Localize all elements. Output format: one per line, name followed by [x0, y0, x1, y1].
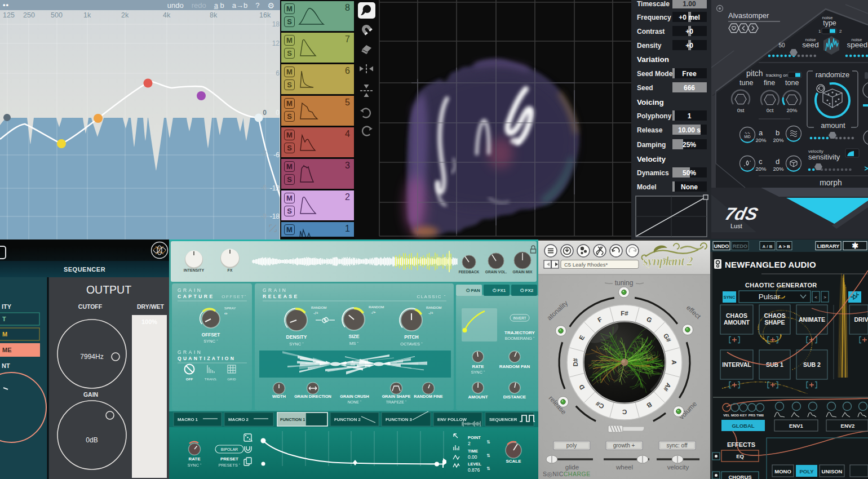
svg-text:⇅: ⇅	[486, 453, 490, 458]
svg-text:Timescale: Timescale	[637, 0, 670, 8]
svg-text:Seed Mode: Seed Mode	[637, 70, 673, 78]
svg-text:⏻ FX2: ⏻ FX2	[520, 288, 534, 293]
svg-text:18: 18	[272, 20, 280, 28]
svg-text:GRAIN CRUSH: GRAIN CRUSH	[340, 394, 369, 399]
svg-text:6: 6	[276, 69, 280, 77]
svg-text:POINT: POINT	[468, 435, 481, 440]
svg-text:PRS: PRS	[749, 414, 755, 417]
svg-text:DRY/WET: DRY/WET	[137, 303, 165, 310]
svg-text:Free: Free	[682, 70, 697, 78]
svg-text:2: 2	[839, 29, 842, 34]
svg-text:-3: -3	[260, 149, 267, 157]
svg-text:CAPTURE: CAPTURE	[178, 294, 215, 299]
svg-text:20%: 20%	[755, 166, 767, 172]
svg-text:20%: 20%	[786, 107, 798, 113]
svg-text:RANDOM: RANDOM	[369, 305, 384, 309]
svg-text:-/+: -/+	[371, 310, 377, 315]
svg-text:C: C	[622, 409, 627, 415]
svg-text:tuning: tuning	[615, 279, 634, 287]
svg-text:TMB: TMB	[756, 414, 764, 417]
svg-text:INTERVAL: INTERVAL	[722, 361, 751, 368]
svg-text:MiD: MiD	[744, 135, 751, 139]
svg-text:0.876: 0.876	[468, 467, 480, 473]
svg-text:8k: 8k	[210, 11, 218, 19]
svg-text:20%: 20%	[773, 166, 784, 172]
svg-text:PITCH: PITCH	[404, 334, 419, 340]
svg-text:GRID: GRID	[227, 377, 236, 381]
svg-text:GRAIN MIX: GRAIN MIX	[513, 270, 533, 274]
svg-text:-12: -12	[270, 184, 280, 192]
svg-text:seed: seed	[802, 41, 818, 49]
svg-text:D#: D#	[572, 358, 579, 366]
svg-text:OUTPUT: OUTPUT	[86, 283, 131, 296]
svg-text:25%: 25%	[683, 141, 696, 149]
svg-text:⇅: ⇅	[486, 440, 490, 445]
svg-text:None: None	[681, 183, 698, 191]
svg-text:Velocity: Velocity	[637, 155, 666, 163]
svg-text:NEWFANGLED AUDIO: NEWFANGLED AUDIO	[725, 260, 816, 269]
svg-text:F#: F#	[621, 310, 628, 317]
svg-text:ME: ME	[2, 347, 12, 353]
svg-text:FUNCTION 2: FUNCTION 2	[334, 417, 361, 422]
svg-text:MONO: MONO	[774, 468, 791, 474]
svg-text:50%: 50%	[683, 169, 696, 177]
svg-text:666: 666	[684, 84, 695, 92]
svg-text:synplant 2: synplant 2	[643, 254, 693, 268]
svg-text:FX: FX	[228, 268, 233, 272]
svg-text:ENV FOLLOW: ENV FOLLOW	[437, 417, 467, 422]
svg-text:BOOMERANG ˇ: BOOMERANG ˇ	[505, 336, 535, 341]
svg-text:-/+: -/+	[313, 311, 319, 316]
svg-text:Release: Release	[637, 126, 663, 134]
svg-text:MACRO 2: MACRO 2	[228, 417, 249, 422]
svg-text:7dS: 7dS	[723, 204, 760, 223]
svg-text:125: 125	[3, 11, 15, 19]
svg-text:MS ˇ: MS ˇ	[349, 341, 358, 346]
svg-text:speed: speed	[847, 41, 868, 49]
svg-text:+0: +0	[685, 42, 693, 50]
svg-text:2: 2	[468, 441, 471, 446]
svg-text:⏻ PAN: ⏻ PAN	[466, 288, 480, 293]
svg-text:4k: 4k	[163, 11, 171, 19]
svg-text:MACRO 1: MACRO 1	[178, 417, 198, 422]
svg-text:GRAIN: GRAIN	[178, 349, 202, 355]
svg-text:GRAIN: GRAIN	[263, 287, 287, 293]
svg-text:PRESET: PRESET	[220, 456, 238, 462]
svg-text:VEL: VEL	[723, 414, 730, 417]
svg-text:GAIN: GAIN	[83, 391, 98, 398]
svg-text:SCALE: SCALE	[506, 459, 521, 464]
svg-text:0ct: 0ct	[767, 107, 774, 113]
svg-text:1.00: 1.00	[683, 0, 696, 8]
svg-text:‹›: ‹›	[224, 311, 228, 316]
svg-text:SUB 2: SUB 2	[803, 361, 821, 368]
svg-text:C5 Leafy Rhodes*: C5 Leafy Rhodes*	[564, 261, 608, 268]
svg-text:SYNC ˇ: SYNC ˇ	[471, 370, 485, 375]
svg-text:fine: fine	[764, 79, 775, 87]
svg-text:velocity: velocity	[667, 464, 689, 471]
svg-text:16k: 16k	[259, 11, 271, 19]
svg-text:RATE: RATE	[472, 364, 484, 369]
svg-text:-6: -6	[273, 151, 280, 159]
svg-text:UNISON: UNISON	[822, 468, 843, 474]
svg-text:glide: glide	[565, 464, 579, 471]
svg-text:SEQUENCER: SEQUENCER	[64, 266, 105, 273]
svg-text:tracking on: tracking on	[766, 73, 788, 78]
svg-text:QUANTIZATION: QUANTIZATION	[178, 356, 236, 361]
svg-text:RELEASE: RELEASE	[263, 294, 299, 299]
svg-text:Model: Model	[637, 183, 657, 191]
svg-text:2k: 2k	[121, 11, 129, 19]
svg-text:randomize: randomize	[816, 70, 850, 79]
svg-text:500: 500	[51, 11, 63, 19]
svg-text:>: >	[823, 295, 826, 300]
svg-text:Damping: Damping	[637, 141, 666, 149]
svg-text:Voicing: Voicing	[637, 98, 664, 107]
svg-text:ITY: ITY	[2, 303, 12, 310]
svg-text:⇅: ⇅	[486, 466, 490, 471]
svg-text:KEY: KEY	[740, 414, 747, 417]
svg-text:TRAPEZE ˇ: TRAPEZE ˇ	[386, 400, 407, 404]
svg-text:0.00: 0.00	[468, 454, 477, 460]
svg-text:WIDTH: WIDTH	[272, 394, 286, 399]
svg-text:CHAOS: CHAOS	[726, 312, 747, 319]
svg-text:RANDOM PAN: RANDOM PAN	[499, 364, 530, 369]
svg-text:+0 mel: +0 mel	[679, 14, 700, 21]
svg-text:type: type	[823, 19, 836, 27]
